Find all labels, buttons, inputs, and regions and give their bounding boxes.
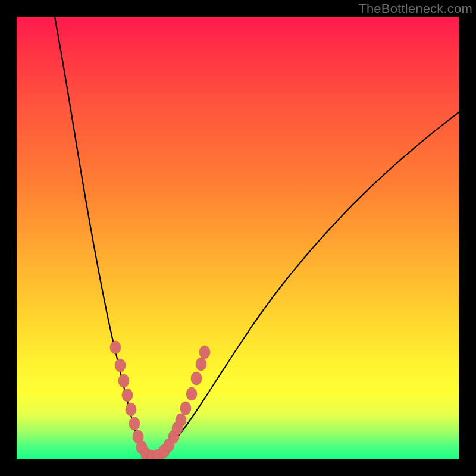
marker-dot	[196, 358, 206, 371]
marker-dot	[118, 374, 129, 387]
marker-dot	[129, 417, 140, 430]
chart-frame: TheBottleneck.com	[0, 0, 476, 476]
bottleneck-curve	[55, 17, 459, 457]
watermark-text: TheBottleneck.com	[358, 1, 472, 17]
marker-dot	[126, 403, 136, 416]
curve-svg	[17, 17, 459, 459]
marker-dot	[110, 341, 121, 354]
marker-dot	[115, 359, 126, 372]
marker-dot	[122, 389, 133, 402]
marker-dot	[199, 346, 210, 359]
marker-dot	[176, 414, 186, 427]
plot-area	[17, 17, 459, 459]
marker-dot	[186, 387, 197, 400]
marker-dot	[191, 372, 202, 385]
marker-dot	[180, 402, 191, 415]
marker-cluster	[110, 341, 210, 459]
